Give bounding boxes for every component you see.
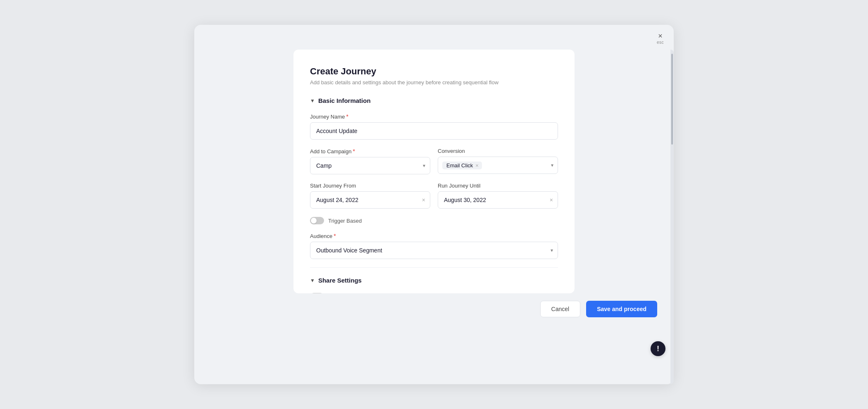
journey-name-group: Journey Name * bbox=[310, 113, 558, 140]
toggle-knob bbox=[311, 218, 317, 224]
campaign-col: Add to Campaign * ▾ bbox=[310, 148, 430, 174]
end-date-wrapper: × bbox=[438, 191, 558, 209]
email-click-tag: Email Click × bbox=[442, 162, 482, 169]
save-proceed-button[interactable]: Save and proceed bbox=[586, 301, 657, 317]
audience-group: Audience * ▾ bbox=[310, 233, 558, 259]
campaign-label: Add to Campaign * bbox=[310, 148, 430, 155]
audience-required: * bbox=[334, 233, 336, 239]
campaign-conversion-row: Add to Campaign * ▾ Conversion Email Cli… bbox=[310, 148, 558, 174]
close-button[interactable]: × esc bbox=[657, 32, 664, 45]
section-divider bbox=[310, 267, 558, 268]
outer-container: × esc Create Journey Add basic details a… bbox=[194, 25, 674, 384]
conversion-wrapper[interactable]: Email Click × ▾ bbox=[438, 157, 558, 174]
cancel-button[interactable]: Cancel bbox=[540, 301, 581, 317]
help-button[interactable]: ! bbox=[651, 341, 665, 356]
dates-row: Start Journey From × Run Journey Until × bbox=[310, 183, 558, 209]
audience-label: Audience * bbox=[310, 233, 558, 239]
trigger-based-label: Trigger Based bbox=[328, 218, 362, 224]
campaign-required: * bbox=[353, 148, 355, 155]
modal-title: Create Journey bbox=[310, 66, 558, 77]
basic-info-chevron: ▼ bbox=[310, 98, 315, 104]
conversion-arrow-icon: ▾ bbox=[551, 162, 553, 168]
start-date-input[interactable] bbox=[310, 191, 430, 209]
trigger-based-toggle[interactable] bbox=[310, 217, 324, 224]
start-date-label: Start Journey From bbox=[310, 183, 430, 189]
share-settings-chevron: ▼ bbox=[310, 278, 315, 283]
esc-label: esc bbox=[657, 40, 664, 45]
audience-select[interactable] bbox=[310, 242, 558, 259]
basic-info-label: Basic Information bbox=[318, 97, 371, 104]
modal-footer: Cancel Save and proceed bbox=[194, 293, 674, 325]
visible-workspaces-toggle[interactable] bbox=[310, 293, 324, 293]
journey-name-label: Journey Name * bbox=[310, 113, 558, 120]
close-icon: × bbox=[658, 32, 663, 40]
email-click-value: Email Click bbox=[446, 162, 473, 169]
share-settings-section-header[interactable]: ▼ Share Settings bbox=[310, 277, 558, 284]
end-date-col: Run Journey Until × bbox=[438, 183, 558, 209]
start-date-wrapper: × bbox=[310, 191, 430, 209]
end-date-label: Run Journey Until bbox=[438, 183, 558, 189]
basic-info-section-header[interactable]: ▼ Basic Information bbox=[310, 97, 558, 104]
audience-select-wrapper: ▾ bbox=[310, 242, 558, 259]
campaign-select-wrapper: ▾ bbox=[310, 157, 430, 174]
start-date-col: Start Journey From × bbox=[310, 183, 430, 209]
modal-subtitle: Add basic details and settings about the… bbox=[310, 79, 558, 86]
conversion-col: Conversion Email Click × ▾ bbox=[438, 148, 558, 174]
end-date-clear-icon[interactable]: × bbox=[550, 197, 553, 203]
email-click-remove-icon[interactable]: × bbox=[475, 163, 479, 168]
modal-content: Create Journey Add basic details and set… bbox=[293, 50, 575, 293]
trigger-based-row: Trigger Based bbox=[310, 217, 558, 224]
journey-name-input[interactable] bbox=[310, 122, 558, 140]
start-date-clear-icon[interactable]: × bbox=[422, 197, 425, 203]
end-date-input[interactable] bbox=[438, 191, 558, 209]
share-settings-label: Share Settings bbox=[318, 277, 362, 284]
visible-workspaces-row: Visible in all workspaces bbox=[310, 293, 558, 293]
scrollbar-thumb bbox=[671, 54, 673, 145]
exclamation-icon: ! bbox=[657, 345, 659, 353]
journey-name-required: * bbox=[346, 113, 348, 120]
conversion-label: Conversion bbox=[438, 148, 558, 154]
campaign-select[interactable] bbox=[310, 157, 430, 174]
scrollbar-track[interactable] bbox=[670, 50, 674, 384]
